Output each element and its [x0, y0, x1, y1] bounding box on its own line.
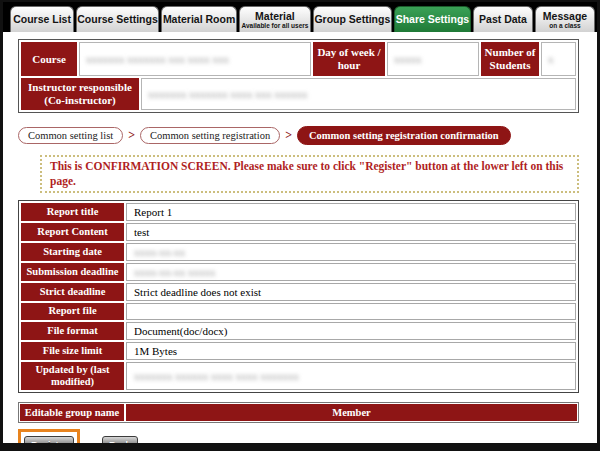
course-label: Course — [21, 42, 77, 76]
table-row: Updated by (last modified) xxxxxxx xxxxx… — [21, 362, 576, 390]
tab-label: Material Room — [163, 14, 235, 25]
window: Course List Course Settings Material Roo… — [3, 2, 597, 443]
member-header: Member — [126, 404, 577, 421]
back-button[interactable]: Back — [102, 436, 138, 443]
table-row: Report Content test — [21, 223, 576, 241]
tab-course-settings[interactable]: Course Settings — [76, 6, 159, 32]
course-header-row-1: Course xxxxxxx xxxxxxx xxx xxxx xxx Day … — [21, 42, 576, 76]
day-of-week-label: Day of week / hour — [313, 42, 385, 76]
tab-sublabel: on a class — [549, 23, 580, 30]
table-row: File size limit 1M Bytes — [21, 342, 576, 360]
tab-material-all-users[interactable]: Material Available for all users — [239, 6, 311, 32]
number-of-students-value: x — [541, 42, 576, 76]
row-value — [126, 303, 576, 320]
tab-group-settings[interactable]: Group Settings — [313, 6, 392, 32]
instructor-value: xxxxxxx xxxxxxx xxxx xxx xxxxxx — [141, 78, 576, 110]
tab-bar: Course List Course Settings Material Roo… — [3, 2, 597, 32]
report-details-table: Report title Report 1 Report Content tes… — [18, 200, 579, 393]
row-label: Starting date — [21, 243, 124, 261]
table-row: Report file — [21, 303, 576, 320]
page-frame: Course List Course Settings Material Roo… — [0, 0, 600, 451]
breadcrumb: Common setting list > Common setting reg… — [18, 124, 583, 146]
tab-course-list[interactable]: Course List — [10, 6, 74, 32]
tab-message[interactable]: Message on a class — [535, 6, 595, 32]
tab-sublabel: Available for all users — [241, 23, 308, 30]
day-of-week-value: xxxxx — [387, 42, 479, 76]
row-value: Document(doc/docx) — [126, 322, 576, 340]
breadcrumb-separator-icon: > — [285, 128, 292, 143]
row-label: Strict deadline — [21, 283, 124, 301]
confirmation-notice: This is CONFIRMATION SCREEN. Please make… — [40, 155, 579, 193]
table-row: Report title Report 1 — [21, 203, 576, 221]
row-value: Report 1 — [126, 203, 576, 221]
editable-group-table: Editable group name Member — [18, 402, 579, 423]
tab-label: Past Data — [479, 14, 527, 25]
instructor-label: Instructor responsible (Co-instructor) — [21, 78, 139, 110]
row-label: Updated by (last modified) — [21, 362, 124, 390]
register-button-highlight: Register — [18, 429, 80, 443]
breadcrumb-common-setting-list[interactable]: Common setting list — [18, 127, 123, 144]
row-value: 1M Bytes — [126, 342, 576, 360]
table-row: Starting date xxxx-xx-xx — [21, 243, 576, 261]
tab-label: Message — [543, 11, 587, 22]
row-value: xxxx-xx-xx — [126, 243, 576, 261]
tab-label: Share Settings — [396, 14, 470, 25]
tab-label: Material — [255, 11, 295, 22]
button-row: Register Back — [18, 429, 583, 443]
row-label: File size limit — [21, 342, 124, 360]
back-button-wrap: Back — [102, 434, 138, 443]
content-area: Course xxxxxxx xxxxxxx xxx xxxx xxx Day … — [3, 32, 597, 443]
row-value: test — [126, 223, 576, 241]
course-header-row-2: Instructor responsible (Co-instructor) x… — [21, 78, 576, 110]
row-label: Report title — [21, 203, 124, 221]
editable-group-name-header: Editable group name — [20, 404, 124, 421]
tab-material-room[interactable]: Material Room — [161, 6, 237, 32]
row-label: Report Content — [21, 223, 124, 241]
table-row: Submission deadline xxxx-xx-xx xxxxx — [21, 263, 576, 281]
row-label: File format — [21, 322, 124, 340]
course-header-table: Course xxxxxxx xxxxxxx xxx xxxx xxx Day … — [18, 39, 579, 113]
row-value: xxxx-xx-xx xxxxx — [126, 263, 576, 281]
tab-label: Course Settings — [77, 14, 158, 25]
row-value: Strict deadline does not exist — [126, 283, 576, 301]
breadcrumb-common-setting-registration[interactable]: Common setting registration — [140, 127, 280, 144]
tab-label: Course List — [13, 14, 71, 25]
table-row: Strict deadline Strict deadline does not… — [21, 283, 576, 301]
tab-past-data[interactable]: Past Data — [473, 6, 533, 32]
register-button[interactable]: Register — [24, 436, 74, 443]
row-value: xxxxxxx xxxxxx xxxx xxxx xxxxxxx — [126, 362, 576, 390]
breadcrumb-separator-icon: > — [128, 128, 135, 143]
tab-label: Group Settings — [314, 14, 390, 25]
table-row: File format Document(doc/docx) — [21, 322, 576, 340]
breadcrumb-confirmation-current: Common setting registration confirmation — [297, 126, 511, 145]
number-of-students-label: Number of Students — [481, 42, 539, 76]
row-label: Submission deadline — [21, 263, 124, 281]
tab-share-settings[interactable]: Share Settings — [394, 6, 471, 32]
row-label: Report file — [21, 303, 124, 320]
course-value: xxxxxxx xxxxxxx xxx xxxx xxx — [79, 42, 311, 76]
